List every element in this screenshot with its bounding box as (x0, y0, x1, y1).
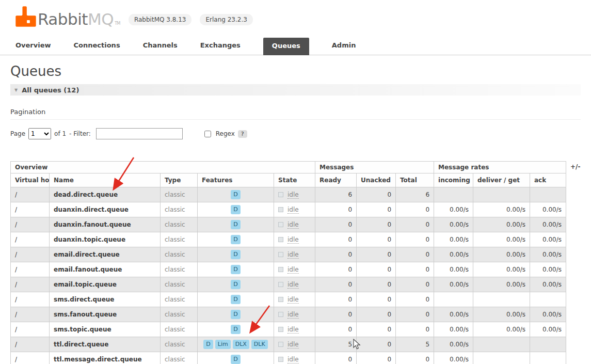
column-header-ready[interactable]: Ready (315, 173, 357, 187)
deliver-get-rate: 0.00/s (473, 277, 530, 292)
column-header-total[interactable]: Total (396, 173, 434, 187)
tab-channels[interactable]: Channels (143, 37, 178, 55)
deliver-get-rate: 0.00/s (473, 217, 530, 232)
queue-type-cell: classic (161, 187, 198, 202)
feature-badge-d[interactable]: D (231, 250, 240, 259)
column-header-type[interactable]: Type (161, 173, 198, 187)
state-label: idle (287, 326, 299, 334)
feature-badge-dlk[interactable]: DLK (251, 340, 268, 349)
queue-state-cell: idle (274, 202, 315, 217)
brand-text-mq: MQ (88, 10, 114, 28)
column-header-virtual-host[interactable]: Virtual host (11, 173, 50, 187)
queue-state-cell: idle (274, 217, 315, 232)
feature-badge-d[interactable]: D (203, 340, 213, 349)
group-header-overview: Overview (11, 162, 315, 173)
feature-badge-d[interactable]: D (231, 325, 240, 334)
queue-features-cell: D (198, 187, 274, 202)
deliver-get-rate: 0.00/s (473, 202, 530, 217)
ack-rate: 0.00/s (530, 247, 566, 262)
column-header-ack[interactable]: ack (530, 173, 566, 187)
queue-state-cell: idle (274, 322, 315, 337)
column-header-incoming[interactable]: incoming (434, 173, 473, 187)
state-label: idle (287, 206, 299, 214)
ack-rate: 0.00/s (530, 202, 566, 217)
ack-rate: 0.00/s (530, 307, 566, 322)
vhost-cell: / (11, 187, 50, 202)
rabbitmq-logo[interactable]: RabbitMQTM (15, 6, 120, 27)
feature-badge-d[interactable]: D (231, 190, 240, 199)
queue-name-link[interactable]: ttl.direct.queue (50, 337, 161, 352)
queue-row: /sms.direct.queueclassicDidle000 (11, 292, 566, 307)
state-label: idle (287, 281, 299, 289)
column-header-unacked[interactable]: Unacked (357, 173, 396, 187)
queue-state-cell: idle (274, 307, 315, 322)
feature-badge-d[interactable]: D (231, 235, 240, 244)
deliver-get-rate: 0.00/s (473, 307, 530, 322)
regex-help-button[interactable]: ? (238, 130, 247, 138)
queue-name-link[interactable]: duanxin.direct.queue (50, 202, 161, 217)
incoming-rate (434, 187, 473, 202)
column-header-state[interactable]: State (274, 173, 315, 187)
queue-state-cell: idle (274, 187, 315, 202)
tab-admin[interactable]: Admin (332, 37, 356, 55)
ready-count: 0 (315, 292, 357, 307)
queue-type-cell: classic (161, 277, 198, 292)
queue-type-cell: classic (161, 232, 198, 247)
page-select[interactable]: 1 (28, 128, 51, 139)
deliver-get-rate (473, 187, 530, 202)
queue-name-link[interactable]: ttl.message.direct.queue (50, 352, 161, 364)
queue-row: /sms.fanout.queueclassicDidle0000.00/s0.… (11, 307, 566, 322)
incoming-rate: 0.00/s (434, 202, 473, 217)
feature-badge-d[interactable]: D (231, 355, 240, 364)
deliver-get-rate (473, 292, 530, 307)
state-indicator-icon (278, 252, 283, 257)
queue-name-link[interactable]: email.fanout.queue (50, 262, 161, 277)
queue-type-cell: classic (161, 247, 198, 262)
queue-name-link[interactable]: sms.direct.queue (50, 292, 161, 307)
all-queues-section-header[interactable]: ▼ All queues (12) (10, 84, 581, 96)
state-label: idle (287, 356, 299, 363)
queue-features-cell: D (198, 277, 274, 292)
feature-badge-d[interactable]: D (231, 295, 240, 304)
feature-badge-d[interactable]: D (231, 310, 240, 319)
column-header-name[interactable]: Name (50, 173, 161, 187)
unacked-count: 0 (357, 307, 396, 322)
ready-count: 0 (315, 322, 357, 337)
queue-type-cell: classic (161, 202, 198, 217)
column-header-deliver-get[interactable]: deliver / get (473, 173, 530, 187)
queue-name-link[interactable]: sms.fanout.queue (50, 307, 161, 322)
feature-badge-d[interactable]: D (231, 220, 240, 229)
incoming-rate: 0.00/s (434, 307, 473, 322)
feature-badge-dlx[interactable]: DLX (233, 340, 249, 349)
queue-features-cell: D (198, 262, 274, 277)
tab-exchanges[interactable]: Exchanges (200, 37, 241, 55)
ack-rate (530, 187, 566, 202)
queue-name-link[interactable]: email.topic.queue (50, 277, 161, 292)
queue-name-link[interactable]: duanxin.topic.queue (50, 232, 161, 247)
state-indicator-icon (278, 207, 283, 212)
ack-rate: 0.00/s (530, 232, 566, 247)
vhost-cell: / (11, 262, 50, 277)
total-count: 0 (396, 307, 434, 322)
queue-name-link[interactable]: sms.topic.queue (50, 322, 161, 337)
tab-connections[interactable]: Connections (74, 37, 120, 55)
queue-name-link[interactable]: dead.direct.queue (50, 187, 161, 202)
group-header-row: Overview Messages Message rates (11, 162, 566, 173)
column-toggle-button[interactable]: +/- (568, 161, 582, 172)
tab-overview[interactable]: Overview (15, 37, 51, 55)
regex-checkbox[interactable] (204, 131, 211, 137)
queue-name-link[interactable]: duanxin.fanout.queue (50, 217, 161, 232)
state-label: idle (287, 221, 299, 229)
feature-badge-d[interactable]: D (231, 280, 240, 289)
queue-name-link[interactable]: email.direct.queue (50, 247, 161, 262)
feature-badge-lim[interactable]: Lim (215, 340, 231, 349)
incoming-rate: 0.00/s (434, 322, 473, 337)
vhost-cell: / (11, 337, 50, 352)
column-header-features[interactable]: Features (198, 173, 274, 187)
feature-badge-d[interactable]: D (231, 205, 240, 214)
tab-queues[interactable]: Queues (263, 38, 309, 55)
ack-rate: 0.00/s (530, 262, 566, 277)
unacked-count: 0 (357, 247, 396, 262)
filter-input[interactable] (96, 128, 183, 139)
feature-badge-d[interactable]: D (231, 265, 240, 274)
